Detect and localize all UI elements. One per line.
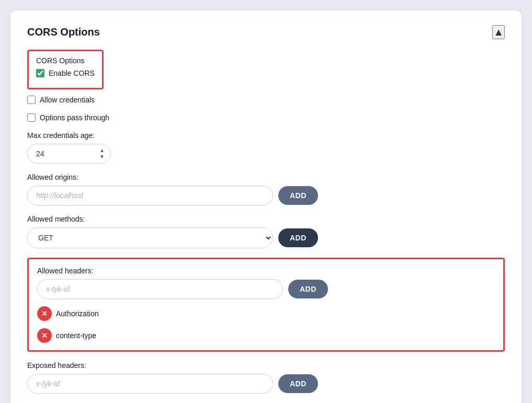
exposed-headers-add-button[interactable]: ADD [278, 374, 318, 393]
exposed-headers-label: Exposed headers: [27, 361, 505, 370]
card-header: CORS Options ▲ [27, 25, 505, 39]
max-credentials-age-group: Max credentials age: ▲ ▼ [27, 131, 505, 164]
allowed-headers-highlight-box: Allowed headers: ADD ✕ Authorization ✕ c… [27, 258, 505, 352]
allowed-origins-group: Allowed origins: ADD [27, 173, 505, 205]
options-pass-through-label[interactable]: Options pass through [40, 113, 109, 122]
tag-authorization-label: Authorization [56, 309, 99, 318]
allowed-headers-add-button[interactable]: ADD [288, 280, 328, 298]
max-credentials-age-label: Max credentials age: [27, 131, 505, 140]
enable-cors-checkbox[interactable] [36, 69, 44, 77]
remove-content-type-button[interactable]: ✕ [37, 328, 52, 343]
allowed-methods-group: Allowed methods: GET POST PUT DELETE PAT… [27, 215, 505, 248]
allowed-headers-label: Allowed headers: [37, 267, 495, 275]
spinner-up[interactable]: ▲ [99, 148, 105, 153]
spinner-buttons: ▲ ▼ [99, 148, 105, 159]
allowed-methods-input-row: GET POST PUT DELETE PATCH HEAD OPTIONS A… [27, 227, 505, 248]
options-pass-through-checkbox[interactable] [27, 113, 36, 122]
allowed-origins-input[interactable] [27, 186, 273, 205]
card-title: CORS Options [27, 26, 100, 38]
cors-options-highlight-box: CORS Options Enable CORS [27, 50, 104, 89]
allowed-origins-add-button[interactable]: ADD [278, 186, 318, 205]
allowed-methods-select[interactable]: GET POST PUT DELETE PATCH HEAD OPTIONS [27, 227, 273, 248]
collapse-button[interactable]: ▲ [492, 25, 505, 39]
cors-options-box-label: CORS Options [36, 56, 95, 65]
exposed-headers-group: Exposed headers: ADD [27, 361, 505, 394]
allow-credentials-row: Allow credentials [27, 96, 505, 104]
allowed-origins-label: Allowed origins: [27, 173, 505, 181]
max-credentials-age-wrapper: ▲ ▼ [27, 144, 111, 164]
allowed-headers-input[interactable] [37, 279, 283, 299]
exposed-headers-input[interactable] [27, 374, 273, 394]
allowed-headers-input-row: ADD [37, 279, 495, 299]
allow-credentials-label[interactable]: Allow credentials [40, 96, 95, 104]
allowed-methods-label: Allowed methods: [27, 215, 505, 223]
enable-cors-row: Enable CORS [36, 69, 95, 77]
allow-credentials-checkbox[interactable] [27, 96, 36, 104]
allowed-methods-add-button[interactable]: ADD [278, 228, 318, 247]
tag-content-type-label: content-type [56, 331, 96, 340]
spinner-down[interactable]: ▼ [99, 154, 105, 159]
max-credentials-age-input[interactable] [27, 144, 111, 164]
cors-options-card: CORS Options ▲ CORS Options Enable CORS … [10, 10, 522, 403]
allowed-origins-input-row: ADD [27, 186, 505, 205]
tag-authorization-row: ✕ Authorization [37, 306, 495, 321]
exposed-headers-input-row: ADD [27, 374, 505, 394]
tag-content-type-row: ✕ content-type [37, 328, 495, 343]
enable-cors-label[interactable]: Enable CORS [49, 69, 95, 77]
options-pass-through-row: Options pass through [27, 113, 505, 122]
remove-authorization-button[interactable]: ✕ [37, 306, 52, 321]
